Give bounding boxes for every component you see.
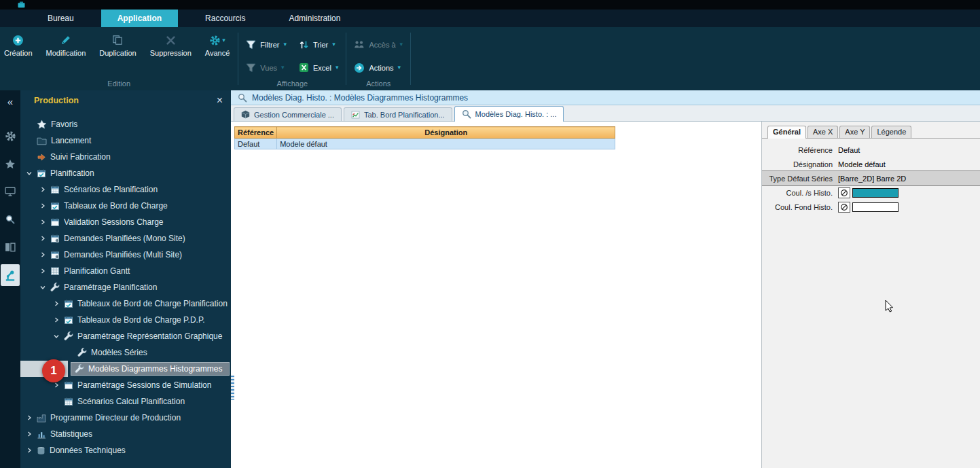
nav-item-favoris[interactable]: Favoris [20, 116, 231, 132]
action-circle-icon [354, 62, 365, 73]
prop-row-coul-fond-histo[interactable]: Coul. Fond Histo. [762, 200, 980, 214]
nav-item-planification-gantt[interactable]: Planification Gantt [20, 263, 231, 279]
prop-tab-axe-y[interactable]: Axe Y [839, 126, 870, 138]
ribbon-group-label: Affichage [238, 79, 346, 88]
doc-tab-modeles-diag-histo[interactable]: Modèles Diag. Histo. : ... [454, 106, 564, 122]
nav-item-parametrage-planification[interactable]: Paramétrage Planification [20, 279, 231, 295]
people-icon [354, 40, 365, 49]
collapse-panel-button[interactable]: « [7, 96, 13, 107]
modification-button[interactable]: Modification [39, 33, 93, 58]
nav-item-tableaux-de-bord-de-charge-p-d-p[interactable]: Tableaux de Bord de Charge P.D.P. [20, 312, 231, 328]
nav-item-statistiques[interactable]: Statistiques [20, 426, 231, 442]
nav-item-validation-sessions-charge[interactable]: Validation Sessions Charge [20, 214, 231, 230]
prop-row-reference[interactable]: RéférenceDefaut [762, 143, 980, 157]
prop-tab-legende[interactable]: Légende [871, 126, 911, 138]
nav-item-modeles-series[interactable]: Modèles Séries [20, 344, 231, 361]
acces-a-button[interactable]: Accès à▾ [348, 37, 409, 52]
button-label: Duplication [99, 49, 136, 57]
button-label: Excel [313, 64, 331, 72]
nav-item-planification[interactable]: Planification [20, 165, 231, 181]
filtrer-button[interactable]: Filtrer▾ [240, 37, 293, 52]
actions-button[interactable]: Actions▾ [348, 60, 409, 75]
nav-item-parametrage-representation-graphique[interactable]: Paramétrage Représentation Graphique [20, 328, 231, 344]
trier-button[interactable]: Trier▾ [293, 37, 344, 52]
nav-item-label: Paramétrage Planification [64, 283, 157, 292]
strip-layout-button[interactable] [1, 236, 20, 258]
chevron-right-icon[interactable] [39, 268, 46, 274]
chevron-right-icon[interactable] [53, 317, 60, 323]
prop-tab-axe-x[interactable]: Axe X [807, 126, 838, 138]
nav-item-lancement[interactable]: Lancement [20, 132, 231, 149]
nav-item-scenarios-de-planification[interactable]: Scénarios de Planification [20, 181, 231, 198]
nav-item-programme-directeur-de-production[interactable]: Programme Directeur de Production [20, 410, 231, 426]
document-tab-bar: Gestion Commerciale ...Tab. Bord Planifi… [231, 105, 980, 122]
menu-tab-bureau[interactable]: Bureau [31, 10, 90, 27]
chevron-right-icon[interactable] [39, 203, 46, 209]
chevron-right-icon[interactable] [53, 301, 60, 306]
prop-row-type-defaut-series[interactable]: Type Défaut Séries[Barre_2D] Barre 2D [762, 171, 980, 185]
chevron-right-icon[interactable] [39, 252, 46, 257]
chevron-right-icon[interactable] [26, 431, 33, 437]
prop-row-designation[interactable]: DésignationModele défaut [762, 157, 980, 171]
strip-search-button[interactable] [1, 209, 20, 230]
calendar-gear-icon [50, 234, 60, 243]
chevron-right-icon[interactable] [39, 187, 46, 192]
nav-item-scenarios-calcul-planification[interactable]: Scénarios Calcul Planification [20, 393, 231, 410]
chevron-right-icon[interactable] [53, 382, 60, 388]
table-row[interactable]: DefautModele défaut [235, 139, 615, 149]
prop-row-coul-s-histo[interactable]: Coul. /s Histo. [762, 185, 980, 200]
grid-icon [50, 266, 60, 276]
column-header-designation[interactable]: Désignation [277, 127, 615, 139]
doc-tab-tab-bord-planification[interactable]: Tab. Bord Planification... [344, 107, 452, 121]
nav-item-label: Scénarios Calcul Planification [77, 397, 185, 406]
column-header-reference[interactable]: Référence [235, 127, 277, 139]
strip-favorites-button[interactable] [1, 153, 20, 175]
chevron-down-icon[interactable] [26, 170, 33, 176]
nav-item-demandes-planifiees-multi-site[interactable]: Demandes Planifiées (Multi Site) [20, 247, 231, 263]
nav-item-label: Planification [50, 168, 94, 178]
color-picker-button[interactable] [838, 202, 850, 213]
doc-tab-label: Modèles Diag. Histo. : ... [475, 110, 557, 118]
chevron-right-icon[interactable] [39, 219, 46, 225]
avance-button[interactable]: ▾Avancé [198, 33, 237, 58]
splitter-grip[interactable] [231, 376, 234, 400]
doc-tab-gestion-commerciale[interactable]: Gestion Commerciale ... [234, 107, 342, 121]
database-icon [37, 446, 46, 455]
color-picker-button[interactable] [838, 187, 850, 198]
chevron-right-icon[interactable] [39, 236, 46, 241]
color-swatch[interactable] [852, 202, 899, 212]
chevron-down-icon[interactable] [53, 334, 60, 339]
excel-button[interactable]: Excel▾ [293, 60, 344, 75]
copy-icon [112, 35, 123, 46]
nav-item-demandes-planifiees-mono-site[interactable]: Demandes Planifiées (Mono Site) [20, 230, 231, 247]
close-panel-button[interactable]: × [217, 94, 223, 107]
chevron-right-icon[interactable] [26, 415, 33, 420]
main-area: « Production × FavorisLancementSuivi Fab… [0, 90, 980, 468]
nav-item-donnees-techniques[interactable]: Données Techniques [20, 442, 231, 458]
prop-tab-general[interactable]: Général [767, 126, 806, 139]
wrench-icon [50, 283, 60, 292]
chev-right-icon [40, 236, 46, 241]
creation-button[interactable]: Création [1, 33, 39, 58]
nav-item-suivi-fabrication[interactable]: Suivi Fabrication [20, 149, 231, 165]
vues-button[interactable]: Vues▾ [240, 60, 293, 75]
strip-settings-button[interactable] [1, 125, 20, 147]
calendar-grid-icon [64, 397, 73, 406]
magnifier-icon [238, 93, 247, 103]
nav-item-tableaux-de-bord-de-charge[interactable]: Tableaux de Bord de Charge [20, 198, 231, 214]
strip-production-button[interactable] [1, 264, 20, 286]
magnifier-icon [5, 215, 15, 224]
nav-item-tableaux-de-bord-de-charge-planification[interactable]: Tableaux de Bord de Charge Planification [20, 295, 231, 312]
chevron-right-icon[interactable] [26, 448, 33, 453]
menu-tab-application[interactable]: Application [101, 10, 178, 27]
suppression-button[interactable]: Suppression [143, 33, 198, 58]
menu-tab-administration[interactable]: Administration [272, 10, 357, 27]
duplication-button[interactable]: Duplication [92, 33, 143, 58]
chev-right-icon [40, 219, 46, 225]
color-swatch[interactable] [852, 188, 899, 198]
strip-desktop-button[interactable] [1, 181, 20, 202]
menu-tab-raccourcis[interactable]: Raccourcis [189, 10, 261, 27]
chevron-down-icon[interactable] [39, 285, 46, 290]
nav-item-label: Validation Sessions Charge [64, 217, 164, 227]
calendar-grid-icon [50, 185, 60, 194]
